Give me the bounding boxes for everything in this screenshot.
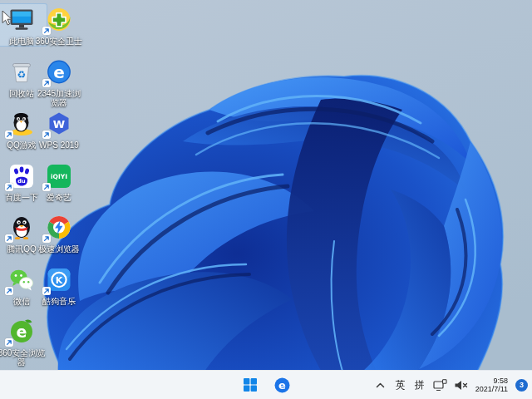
desktop[interactable]: 此电脑360安全卫士♻回收站e2345加速浏览器QQ游戏WWPS 2019du百… xyxy=(0,0,532,399)
qq-game-icon xyxy=(7,110,36,138)
desktop-icon-label: 2345加速浏览器 xyxy=(34,89,84,107)
svg-text:e: e xyxy=(278,379,286,392)
desktop-icon-label: 360安全浏览器 xyxy=(0,348,47,367)
shortcut-arrow-icon xyxy=(6,288,12,294)
svg-text:e: e xyxy=(53,62,65,81)
shortcut-overlay xyxy=(5,234,13,243)
shortcut-arrow-icon xyxy=(43,288,50,294)
shield-360-icon xyxy=(45,6,73,34)
shortcut-arrow-icon xyxy=(43,27,50,34)
desktop-icon-label: 腾讯QQ xyxy=(7,244,37,254)
svg-text:du: du xyxy=(17,178,26,185)
desktop-icon-360-browser[interactable]: e360安全浏览器 xyxy=(0,315,47,367)
svg-text:e: e xyxy=(17,323,27,341)
kugou-icon: K xyxy=(45,266,73,294)
shortcut-arrow-icon xyxy=(6,131,12,138)
tray-network-button[interactable] xyxy=(433,379,447,392)
recycle-bin-icon: ♻ xyxy=(7,58,36,86)
shortcut-overlay xyxy=(5,183,13,191)
desktop-icon-label: 酷狗音乐 xyxy=(42,297,76,306)
start-button[interactable] xyxy=(240,375,260,395)
shortcut-overlay xyxy=(42,234,51,243)
svg-text:♻: ♻ xyxy=(17,69,27,81)
shortcut-overlay xyxy=(42,79,51,87)
taskbar: e 英 拼 9:58 2021/7/11 3 xyxy=(0,370,532,399)
qq-icon xyxy=(7,214,36,242)
desktop-icon-label: 此电脑 xyxy=(9,37,34,46)
desktop-icon-iqiyi[interactable]: iQIYI爱奇艺 xyxy=(33,160,85,203)
svg-text:W: W xyxy=(53,118,65,131)
clock-date: 2021/7/11 xyxy=(475,385,508,394)
shortcut-overlay xyxy=(42,131,51,139)
wps-icon: W xyxy=(45,110,73,138)
tray-volume-muted-button[interactable] xyxy=(454,380,468,391)
svg-text:iQIYI: iQIYI xyxy=(51,173,67,180)
edge-e-icon: e xyxy=(274,377,290,393)
wechat-icon xyxy=(7,266,36,294)
browser-360-icon: e xyxy=(7,318,36,346)
shortcut-overlay xyxy=(5,287,13,295)
this-pc-icon xyxy=(7,6,36,34)
baidu-icon: du xyxy=(7,162,36,190)
shortcut-overlay xyxy=(5,338,13,347)
ime-mode-indicator[interactable]: 拼 xyxy=(414,378,426,392)
desktop-icon-wps-2019[interactable]: WWPS 2019 xyxy=(33,107,85,150)
shortcut-arrow-icon xyxy=(43,131,50,138)
desktop-icon-label: QQ游戏 xyxy=(7,140,37,150)
ime-language-indicator[interactable]: 英 xyxy=(395,378,406,392)
desktop-icon-speed-browser[interactable]: 极速浏览器 xyxy=(33,211,85,254)
volume-muted-icon xyxy=(454,380,468,391)
notification-badge[interactable]: 3 xyxy=(515,379,528,392)
tray-chevron-button[interactable] xyxy=(374,375,387,395)
shortcut-overlay xyxy=(42,287,51,295)
shortcut-arrow-icon xyxy=(43,184,50,190)
shortcut-arrow-icon xyxy=(6,235,12,242)
iqiyi-icon: iQIYI xyxy=(45,162,73,190)
shortcut-arrow-icon xyxy=(43,80,50,86)
browser-e-icon: e xyxy=(45,58,73,86)
taskbar-pinned-browser[interactable]: e xyxy=(272,375,292,395)
taskbar-clock[interactable]: 9:58 2021/7/11 xyxy=(475,377,508,394)
clock-time: 9:58 xyxy=(493,377,508,386)
desktop-icon-label: 爱奇艺 xyxy=(47,193,71,202)
shortcut-arrow-icon xyxy=(6,339,12,346)
desktop-icon-label: 360安全卫士 xyxy=(36,37,83,46)
chrome-speed-icon xyxy=(45,214,73,242)
windows-start-icon xyxy=(244,378,257,392)
shortcut-overlay xyxy=(42,183,51,191)
shortcut-overlay xyxy=(5,131,13,139)
svg-text:K: K xyxy=(56,275,63,286)
desktop-icon-label: 微信 xyxy=(13,297,30,306)
desktop-icon-2345-browser[interactable]: e2345加速浏览器 xyxy=(33,56,85,108)
chevron-up-icon xyxy=(375,381,386,390)
shortcut-arrow-icon xyxy=(43,235,50,242)
desktop-icon-label: WPS 2019 xyxy=(39,140,79,150)
network-icon xyxy=(433,379,447,392)
desktop-icon-360-safety[interactable]: 360安全卫士 xyxy=(33,3,85,47)
desktop-icon-kugou-music[interactable]: K酷狗音乐 xyxy=(33,264,85,307)
shortcut-overlay xyxy=(42,27,51,35)
desktop-icon-label: 极速浏览器 xyxy=(38,244,80,254)
shortcut-arrow-icon xyxy=(6,184,12,190)
desktop-icon-label: 回收站 xyxy=(9,89,34,98)
